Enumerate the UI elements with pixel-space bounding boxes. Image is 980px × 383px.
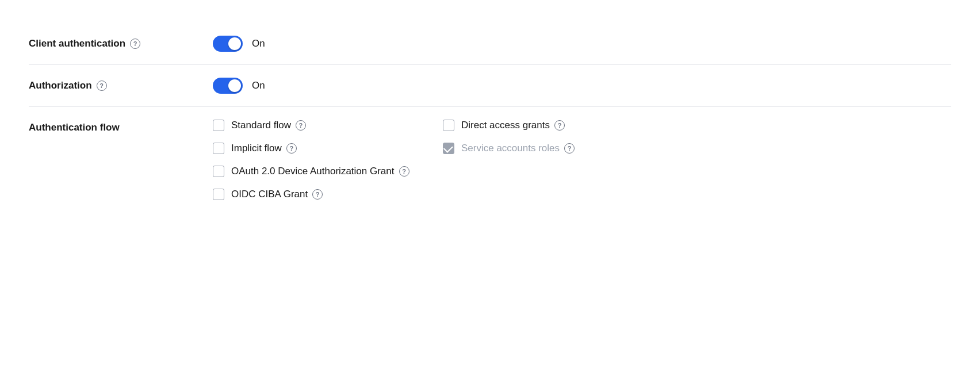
direct-access-grants-help-icon[interactable]: ? <box>554 120 565 131</box>
client-authentication-toggle[interactable] <box>213 36 243 52</box>
oauth-device-grant-label: OAuth 2.0 Device Authorization Grant ? <box>231 166 409 177</box>
authorization-control: On <box>213 78 265 94</box>
authorization-toggle-label: On <box>252 80 265 91</box>
standard-flow-checkbox[interactable] <box>213 120 224 131</box>
oidc-ciba-grant-help-icon[interactable]: ? <box>312 189 323 200</box>
oauth-device-grant-item: OAuth 2.0 Device Authorization Grant ? <box>213 166 684 177</box>
implicit-flow-checkbox[interactable] <box>213 143 224 154</box>
implicit-flow-item: Implicit flow ? <box>213 143 420 154</box>
authorization-help-icon[interactable]: ? <box>97 81 107 91</box>
oidc-ciba-grant-checkbox[interactable] <box>213 189 224 200</box>
service-accounts-roles-checkbox[interactable] <box>443 143 454 154</box>
standard-flow-item: Standard flow ? <box>213 120 420 131</box>
authentication-flow-row: Authentication flow Standard flow ? Dire… <box>29 107 951 213</box>
client-authentication-toggle-label: On <box>252 38 265 49</box>
settings-form: Client authentication ? On Authorization… <box>29 23 951 213</box>
client-authentication-row: Client authentication ? On <box>29 23 951 64</box>
oauth-device-grant-help-icon[interactable]: ? <box>399 166 409 177</box>
direct-access-grants-checkbox[interactable] <box>443 120 454 131</box>
client-authentication-control: On <box>213 36 265 52</box>
oidc-ciba-grant-item: OIDC CIBA Grant ? <box>213 189 684 200</box>
authorization-row: Authorization ? On <box>29 65 951 106</box>
standard-flow-label: Standard flow ? <box>231 120 306 131</box>
implicit-flow-label: Implicit flow ? <box>231 143 297 154</box>
implicit-flow-help-icon[interactable]: ? <box>286 143 297 154</box>
oidc-ciba-grant-label: OIDC CIBA Grant ? <box>231 189 323 200</box>
authorization-label: Authorization ? <box>29 80 213 91</box>
client-authentication-help-icon[interactable]: ? <box>130 39 140 49</box>
toggle-thumb-auth <box>228 79 241 92</box>
direct-access-grants-item: Direct access grants ? <box>443 120 684 131</box>
service-accounts-roles-item: Service accounts roles ? <box>443 143 684 154</box>
toggle-thumb <box>228 37 241 50</box>
service-accounts-roles-label: Service accounts roles ? <box>461 143 575 154</box>
authorization-toggle[interactable] <box>213 78 243 94</box>
oauth-device-grant-checkbox[interactable] <box>213 166 224 177</box>
direct-access-grants-label: Direct access grants ? <box>461 120 565 131</box>
authentication-flow-label: Authentication flow <box>29 120 213 133</box>
service-accounts-roles-help-icon[interactable]: ? <box>564 143 575 154</box>
authentication-flow-options: Standard flow ? Direct access grants ? I… <box>213 120 684 200</box>
standard-flow-help-icon[interactable]: ? <box>296 120 306 131</box>
client-authentication-label: Client authentication ? <box>29 38 213 49</box>
